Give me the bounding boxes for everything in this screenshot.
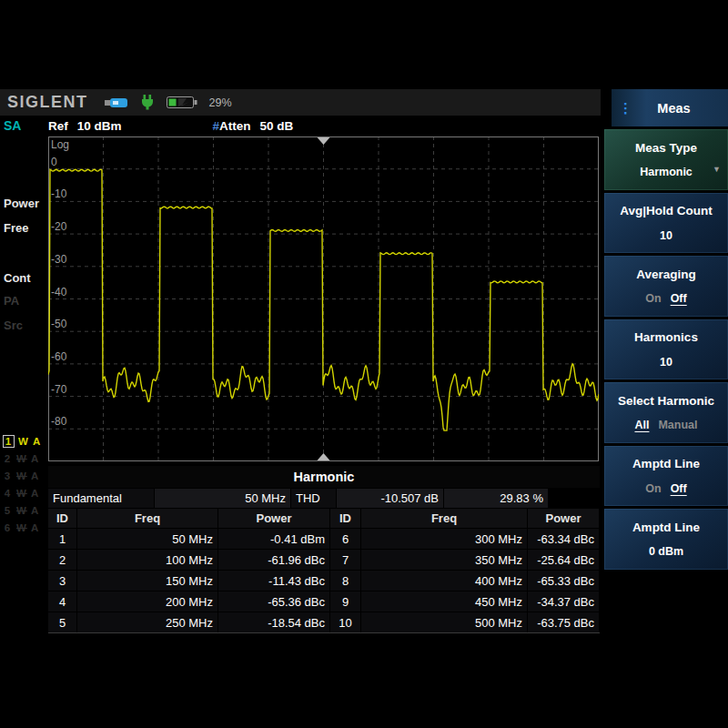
menu-button-select-harmonic[interactable]: Select HarmonicAllManual: [604, 382, 728, 443]
column-header-row: IDFreqPowerIDFreqPower: [48, 509, 600, 528]
analyzer-screen: SIGLENT 29% Ref: [0, 89, 728, 637]
trace-write-flag: W: [16, 488, 27, 499]
atten-value: 50 dB: [260, 119, 294, 133]
atten-label: Atten: [219, 119, 251, 133]
fundamental-value: 50 MHz: [155, 489, 290, 508]
y-tick-label: -10: [51, 187, 66, 200]
harmonic-freq: 500 MHz: [361, 612, 527, 632]
menu-button-avg-hold-count[interactable]: Avg|Hold Count10: [604, 193, 728, 254]
table-title: Harmonic: [48, 466, 600, 488]
toggle-option-manual[interactable]: Manual: [658, 419, 697, 431]
mode-indicator-sa: SA: [4, 118, 21, 133]
power-plug-icon: [140, 95, 155, 111]
trace-selector-3[interactable]: 3W A: [3, 467, 41, 484]
harmonic-power: -11.43 dBc: [218, 571, 329, 591]
trace-selector-2[interactable]: 2W A: [3, 450, 41, 467]
sidebar-label-free: Free: [4, 221, 28, 235]
toggle-option-all[interactable]: All: [634, 419, 649, 431]
column-header-freq: Freq: [77, 509, 217, 528]
table-row: 3150 MHz-11.43 dBc8400 MHz-65.33 dBc: [48, 571, 600, 591]
trace-write-flag: W: [16, 453, 27, 464]
toggle-option-on[interactable]: On: [645, 292, 661, 305]
trace-avg-flag: A: [31, 505, 39, 516]
trace-number: 3: [3, 470, 13, 481]
harmonic-freq: 150 MHz: [77, 571, 217, 591]
table-body: 150 MHz-0.41 dBm6300 MHz-63.34 dBc2100 M…: [48, 529, 600, 632]
column-header-id: ID: [48, 509, 76, 528]
empty-cell: [549, 489, 594, 508]
sidebar-label-pa: PA: [4, 294, 19, 308]
trace-avg-flag: A: [31, 470, 39, 481]
trace-avg-flag: A: [31, 522, 39, 533]
harmonic-freq: 400 MHz: [361, 571, 527, 591]
menu-button-averaging[interactable]: AveragingOnOff: [604, 256, 728, 317]
harmonic-power: -63.34 dBc: [528, 529, 599, 549]
menu-button-label: Avg|Hold Count: [616, 204, 716, 217]
usb-icon: [105, 97, 128, 108]
harmonic-id: 6: [330, 529, 360, 549]
spectrum-display: Log0-10-20-30-40-50-60-70-80: [48, 136, 599, 461]
harmonic-id: 9: [330, 592, 360, 612]
harmonic-id: 3: [48, 571, 76, 591]
spectrum-grid-and-trace: [48, 136, 599, 461]
toggle-option-off[interactable]: Off: [671, 482, 687, 495]
y-tick-label: -80: [51, 415, 66, 428]
trace-number: 2: [3, 453, 13, 464]
menu-toggle: AllManual: [634, 419, 697, 431]
menu-button-label: Harmonics: [631, 330, 702, 344]
battery-icon: [167, 96, 197, 109]
table-row: 150 MHz-0.41 dBm6300 MHz-63.34 dBc: [48, 529, 600, 549]
menu-dots-icon: ⋮: [619, 100, 632, 116]
siglent-logo: SIGLENT: [7, 93, 88, 112]
harmonic-power: -25.64 dBc: [528, 550, 599, 570]
menu-toggle: OnOff: [645, 482, 686, 495]
trace-number: 5: [3, 505, 13, 516]
ref-label: Ref: [48, 119, 68, 133]
harmonic-freq: 350 MHz: [361, 550, 527, 570]
menu-button-label: Averaging: [632, 268, 700, 281]
table-row: 4200 MHz-65.36 dBc9450 MHz-34.37 dBc: [48, 592, 600, 612]
sidebar-label-power: Power: [4, 197, 39, 210]
status-bar: SIGLENT 29%: [0, 89, 601, 116]
toggle-option-off[interactable]: Off: [671, 292, 687, 305]
trace-selector-1[interactable]: 1W A: [3, 432, 41, 450]
y-tick-label: -30: [51, 253, 66, 266]
thd-percent-value: 29.83 %: [444, 489, 548, 508]
column-header-freq: Freq: [361, 509, 527, 528]
harmonic-power: -34.37 dBc: [528, 592, 599, 612]
menu-header[interactable]: ⋮ Meas: [612, 89, 728, 126]
harmonic-power: -0.41 dBm: [218, 529, 329, 549]
y-tick-label: -50: [51, 318, 66, 330]
y-tick-label: 0: [51, 156, 57, 168]
trace-number: 6: [3, 522, 13, 533]
menu-button-meas-type[interactable]: Meas TypeHarmonic▼: [604, 129, 728, 190]
trace-indicator-list: 1W A2W A3W A4W A5W A6W A: [3, 432, 41, 536]
sidebar-label-cont: Cont: [4, 271, 31, 285]
harmonic-id: 5: [48, 612, 76, 632]
harmonic-id: 1: [48, 529, 76, 549]
menu-toggle: OnOff: [645, 292, 686, 305]
menu-button-amptd-line[interactable]: Amptd Line0 dBm: [604, 509, 728, 570]
toggle-option-on[interactable]: On: [645, 482, 661, 495]
menu-button-label: Select Harmonic: [614, 394, 718, 408]
harmonic-id: 7: [330, 550, 360, 570]
trace-number: 1: [3, 435, 15, 448]
center-freq-marker: [318, 453, 330, 460]
menu-button-harmonics[interactable]: Harmonics10: [604, 319, 728, 380]
trace-write-flag: W: [16, 505, 27, 516]
menu-button-amptd-line[interactable]: Amptd LineOnOff: [604, 446, 728, 507]
menu-button-value: Harmonic: [640, 166, 693, 178]
column-header-power: Power: [528, 509, 599, 528]
trace-avg-flag: A: [31, 488, 39, 499]
harmonic-power: -61.96 dBc: [218, 550, 329, 570]
trace-selector-6[interactable]: 6W A: [3, 519, 41, 536]
harmonic-freq: 50 MHz: [77, 529, 217, 549]
menu-button-label: Meas Type: [632, 141, 701, 155]
trace-selector-4[interactable]: 4W A: [3, 484, 41, 501]
harmonic-freq: 100 MHz: [77, 550, 217, 570]
trace-selector-5[interactable]: 5W A: [3, 501, 41, 519]
harmonic-power: -18.54 dBc: [218, 612, 329, 632]
thd-db-value: -10.507 dB: [337, 489, 443, 508]
scale-type-label: Log: [51, 138, 69, 151]
harmonic-freq: 200 MHz: [77, 592, 217, 612]
